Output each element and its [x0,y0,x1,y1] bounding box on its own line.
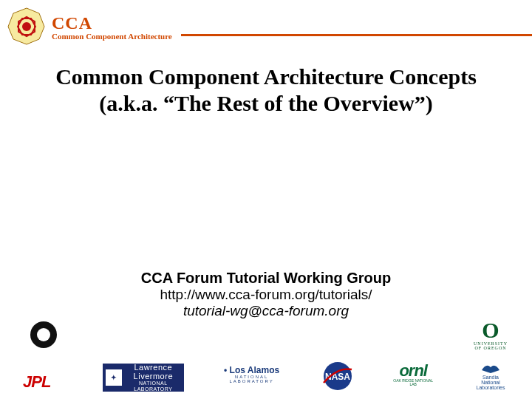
sandia-logo: SandiaNationalLaboratories [470,358,511,392]
oregon-o: O [482,319,499,341]
ornl-sub: OAK RIDGE NATIONAL LAB [392,379,434,386]
lanl-logo: • Los Alamos NATIONAL LABORATORY [220,358,284,392]
title-line-1: Common Component Architecture Concepts [30,64,502,90]
svg-point-3 [22,22,31,31]
forum-url: http://www.cca-forum.org/tutorials/ [0,287,532,303]
right-logo-column: O UNIVERSITYOF OREGON SandiaNationalLabo… [470,318,511,392]
jpl-logo: JPL [23,358,64,392]
ornl-logo: ornl OAK RIDGE NATIONAL LAB [392,358,434,392]
header-full-name: Common Component Architecture [52,32,172,41]
footer-text-block: CCA Forum Tutorial Working Group http://… [0,270,532,319]
llnl-logo: ✦ Lawrence Livermore NATIONAL LABORATORY [103,364,184,392]
sandia-name: SandiaNationalLaboratories [477,375,505,390]
header-divider [181,34,532,36]
lanl-name: Los Alamos [230,365,280,375]
forum-email: tutorial-wg@cca-forum.org [0,303,532,319]
lanl-sub: NATIONAL LABORATORY [220,375,284,383]
argonne-logo [21,318,66,352]
slide-header: CCA Common Component Architecture [0,0,532,50]
header-text-block: CCA Common Component Architecture [52,14,172,41]
llnl-sub: NATIONAL LABORATORY [126,381,181,392]
llnl-name: Lawrence Livermore [126,363,181,381]
oregon-logo: O UNIVERSITYOF OREGON [470,318,511,352]
header-acronym: CCA [52,14,172,32]
oregon-sub: UNIVERSITYOF OREGON [474,341,508,350]
title-line-2: (a.k.a. “The Rest of the Overview”) [30,90,502,117]
cca-logo-icon [6,6,47,50]
slide-title: Common Component Architecture Concepts (… [30,64,502,117]
nasa-logo: NASA [319,361,356,392]
affiliate-logo-row: JPL ✦ Lawrence Livermore NATIONAL LABORA… [0,318,532,392]
forum-group: CCA Forum Tutorial Working Group [0,270,532,287]
ornl-name: ornl [399,363,427,379]
left-logo-column: JPL [21,318,66,392]
